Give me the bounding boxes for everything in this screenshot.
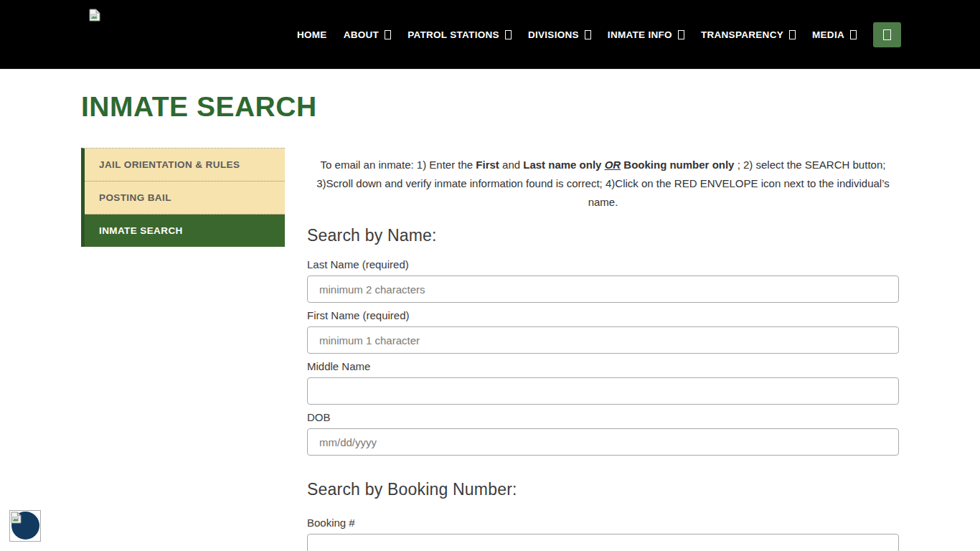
instruction-segment: To email an inmate: 1) Enter the (321, 159, 476, 171)
dob-input[interactable] (307, 428, 899, 456)
search-by-booking-number-heading: Search by Booking Number: (307, 480, 899, 499)
nav-item-patrol-stations[interactable]: PATROL STATIONS (407, 29, 512, 40)
middle-name-label: Middle Name (307, 360, 899, 372)
nav-label: PATROL STATIONS (407, 29, 499, 40)
nav-item-about[interactable]: ABOUT (344, 29, 392, 40)
sidebar-item-inmate-search[interactable]: INMATE SEARCH (85, 215, 285, 247)
chevron-down-icon (850, 30, 857, 39)
top-nav-bar: HOME ABOUT PATROL STATIONS DIVISIONS INM… (0, 0, 980, 70)
site-logo-broken-image-icon[interactable] (89, 9, 100, 22)
instruction-segment: Last name only (523, 159, 604, 171)
email-instructions-text: To email an inmate: 1) Enter the First a… (307, 156, 899, 212)
sidebar-menu: JAIL ORIENTATION & RULES POSTING BAIL IN… (81, 148, 285, 247)
booking-number-input[interactable] (307, 534, 899, 551)
last-name-label: Last Name (required) (307, 258, 899, 270)
first-name-input[interactable] (307, 326, 899, 354)
main-content: To email an inmate: 1) Enter the First a… (307, 148, 899, 551)
dob-label: DOB (307, 411, 899, 423)
nav-label: TRANSPARENCY (701, 29, 783, 40)
broken-image-icon (11, 512, 22, 524)
search-by-name-heading: Search by Name: (307, 226, 899, 245)
search-icon (883, 29, 891, 40)
nav-label: ABOUT (344, 29, 380, 40)
nav-label: MEDIA (812, 29, 844, 40)
last-name-input[interactable] (307, 276, 899, 303)
middle-name-field-group: Middle Name (307, 360, 899, 405)
nav-item-divisions[interactable]: DIVISIONS (528, 29, 591, 40)
booking-number-field-group: Booking # (307, 517, 899, 551)
page-title: INMATE SEARCH (81, 91, 899, 123)
sidebar-item-posting-bail[interactable]: POSTING BAIL (85, 182, 285, 215)
page-container: INMATE SEARCH JAIL ORIENTATION & RULES P… (81, 91, 899, 551)
instruction-segment: and (499, 159, 523, 171)
first-name-field-group: First Name (required) (307, 309, 899, 354)
instruction-segment: First (476, 159, 499, 171)
booking-number-label: Booking # (307, 517, 899, 529)
chevron-down-icon (789, 30, 796, 39)
first-name-label: First Name (required) (307, 309, 899, 321)
nav-item-home[interactable]: HOME (297, 29, 327, 40)
instruction-segment: OR (605, 159, 621, 171)
nav-search-button[interactable] (873, 22, 901, 47)
nav-label: HOME (297, 29, 327, 40)
accessibility-widget-button[interactable] (9, 510, 41, 542)
sidebar-item-jail-orientation-rules[interactable]: JAIL ORIENTATION & RULES (85, 149, 285, 182)
main-navigation: HOME ABOUT PATROL STATIONS DIVISIONS INM… (297, 22, 901, 47)
chevron-down-icon (585, 30, 591, 39)
last-name-field-group: Last Name (required) (307, 258, 899, 303)
nav-label: DIVISIONS (528, 29, 579, 40)
nav-label: INMATE INFO (608, 29, 672, 40)
chevron-down-icon (505, 30, 512, 39)
instruction-segment: Booking number only (623, 159, 734, 171)
nav-item-transparency[interactable]: TRANSPARENCY (701, 29, 796, 40)
middle-name-input[interactable] (307, 377, 899, 405)
nav-item-inmate-info[interactable]: INMATE INFO (608, 29, 684, 40)
nav-item-media[interactable]: MEDIA (812, 29, 857, 40)
dob-field-group: DOB (307, 411, 899, 456)
chevron-down-icon (678, 30, 684, 39)
chevron-down-icon (385, 30, 391, 39)
broken-image-icon (89, 9, 100, 22)
